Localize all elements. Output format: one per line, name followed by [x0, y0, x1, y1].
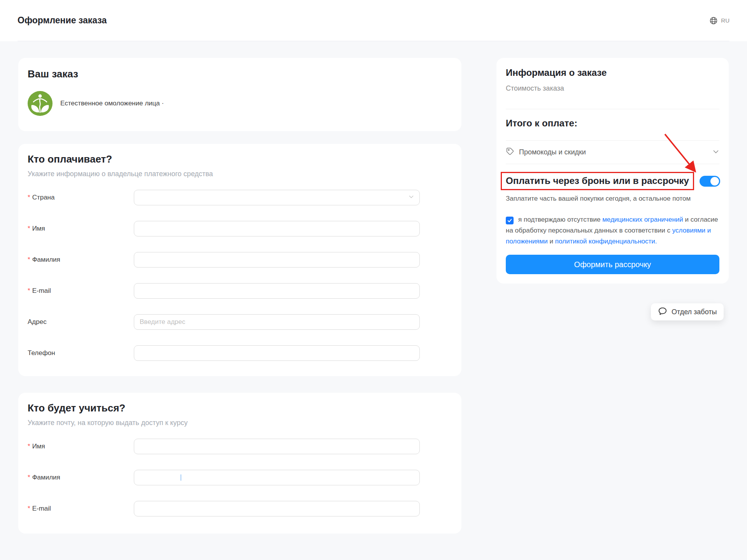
summary-title: Информация о заказе [506, 67, 719, 78]
order-summary-card: Информация о заказе Стоимость заказа Ито… [496, 58, 729, 284]
divider [506, 164, 719, 164]
required-asterisk: * [28, 225, 30, 232]
payer-card: Кто оплачивает? Укажите информацию о вла… [18, 144, 461, 376]
toggle-knob [710, 177, 719, 186]
payer-first-name-input[interactable] [134, 221, 420, 236]
top-header: Оформление заказа RU [0, 0, 747, 41]
annotation-highlight-box: Оплатить через бронь или в рассрочку [501, 172, 694, 190]
field-row-phone: Телефон [28, 345, 452, 361]
tag-icon [506, 147, 514, 158]
consent-text-prefix: я подтверждаю отсутствие [518, 216, 600, 223]
student-email-input[interactable] [134, 501, 420, 516]
consent-checkbox[interactable] [506, 217, 514, 224]
payer-email-input[interactable] [134, 283, 420, 299]
field-label-phone: Телефон [28, 349, 134, 357]
required-asterisk: * [28, 256, 30, 263]
payer-card-subtitle: Укажите информацию о владельце платежног… [28, 170, 452, 178]
installment-toggle[interactable] [700, 176, 720, 187]
payer-card-title: Кто оплачивает? [28, 153, 452, 165]
student-card-subtitle: Укажите почту, на которую выдать доступ … [28, 419, 452, 427]
divider [506, 140, 719, 141]
field-row-student-first-name: *Имя [28, 439, 452, 454]
text-cursor [181, 474, 181, 481]
your-order-card: Ваш заказ Естественное омоложение лица · [18, 58, 461, 131]
required-asterisk: * [28, 287, 30, 294]
support-chat-widget[interactable]: Отдел заботы [651, 303, 724, 320]
required-asterisk: * [28, 505, 30, 512]
chat-icon [658, 306, 667, 318]
chevron-down-icon [409, 194, 414, 201]
chevron-down-icon [712, 148, 719, 157]
field-label-last-name: Фамилия [32, 256, 60, 263]
language-switcher[interactable]: RU [709, 16, 729, 25]
summary-total-label: Итого к оплате: [506, 118, 719, 129]
payer-address-input[interactable] [134, 314, 420, 330]
field-row-first-name: *Имя [28, 221, 452, 236]
order-item-name: Естественное омоложение лица · [60, 100, 164, 107]
field-label-student-email: E-mail [32, 505, 51, 512]
required-asterisk: * [28, 443, 30, 450]
student-last-name-input[interactable] [134, 470, 420, 485]
consent-block: я подтверждаю отсутствие медицинских огр… [506, 214, 719, 247]
page-title: Оформление заказа [18, 15, 107, 26]
field-label-country: Страна [32, 194, 55, 201]
payer-phone-input[interactable] [134, 345, 420, 361]
privacy-policy-link[interactable]: политикой конфиденциальности. [555, 238, 657, 245]
field-label-address: Адрес [28, 318, 134, 326]
order-card-title: Ваш заказ [28, 68, 452, 80]
payer-last-name-input[interactable] [134, 252, 420, 268]
country-select[interactable] [134, 190, 420, 205]
required-asterisk: * [28, 194, 30, 201]
chat-label: Отдел заботы [672, 308, 717, 316]
nature-wellness-icon [28, 91, 53, 116]
divider [506, 109, 719, 109]
language-code: RU [721, 17, 729, 24]
installment-row: Оплатить через бронь или в рассрочку [506, 172, 719, 190]
student-first-name-input[interactable] [134, 439, 420, 454]
field-label-first-name: Имя [32, 225, 45, 232]
field-row-last-name: *Фамилия [28, 252, 452, 268]
required-asterisk: * [28, 474, 30, 481]
medical-restrictions-link[interactable]: медицинских ограничений [602, 216, 683, 223]
field-label-email: E-mail [32, 287, 51, 294]
summary-cost-label: Стоимость заказа [506, 84, 719, 93]
submit-installment-button[interactable]: Оформить рассрочку [506, 255, 719, 274]
field-row-email: *E-mail [28, 283, 452, 299]
consent-text-middle2: и [550, 238, 554, 245]
installment-title: Оплатить через бронь или в рассрочку [506, 175, 689, 186]
field-row-country: *Страна [28, 190, 452, 205]
student-card-title: Кто будет учиться? [28, 402, 452, 414]
installment-subtitle: Заплатите часть вашей покупки сегодня, а… [506, 195, 719, 203]
field-row-student-last-name: *Фамилия [28, 470, 452, 485]
order-item: Естественное омоложение лица · [28, 91, 452, 116]
globe-icon [709, 16, 718, 25]
field-row-address: Адрес [28, 314, 452, 330]
field-label-student-last-name: Фамилия [32, 474, 60, 481]
field-label-student-first-name: Имя [32, 443, 45, 450]
promo-codes-row[interactable]: Промокоды и скидки [506, 147, 719, 158]
promo-codes-label: Промокоды и скидки [519, 148, 586, 156]
field-row-student-email: *E-mail [28, 501, 452, 516]
student-card: Кто будет учиться? Укажите почту, на кот… [18, 393, 461, 534]
